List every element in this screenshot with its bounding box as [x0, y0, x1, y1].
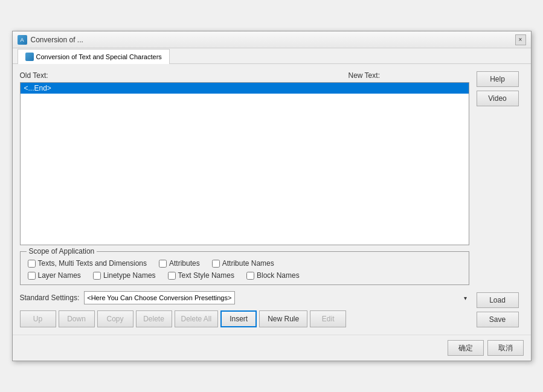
delete-button[interactable]: Delete — [136, 310, 172, 327]
old-text-label: Old Text: — [20, 71, 349, 80]
standard-settings-row: Standard Settings: <Here You Can Choose … — [20, 291, 469, 304]
spacer — [477, 110, 524, 289]
check-layer-names: Layer Names — [28, 271, 81, 280]
title-bar-left: A Conversion of ... — [18, 35, 83, 45]
standard-label: Standard Settings: — [20, 294, 80, 302]
ok-button[interactable]: 确定 — [448, 340, 484, 356]
cancel-button[interactable]: 取消 — [487, 340, 524, 356]
video-button[interactable]: Video — [477, 91, 519, 106]
main-area: Old Text: New Text: <...End> Scope of Ap… — [20, 71, 469, 327]
check-linetype-names: Linetype Names — [93, 271, 156, 280]
copy-button[interactable]: Copy — [97, 310, 133, 327]
save-button[interactable]: Save — [477, 312, 519, 327]
scope-legend: Scope of Application — [27, 247, 97, 255]
scope-box: Scope of Application Texts, Multi Texts … — [20, 251, 469, 285]
checkbox-attribute-names[interactable] — [212, 260, 220, 268]
scope-row-1: Texts, Multi Texts and Dimensions Attrib… — [28, 259, 461, 268]
label-block-names: Block Names — [257, 271, 300, 280]
title-bar: A Conversion of ... × — [13, 31, 531, 48]
checkbox-attributes[interactable] — [159, 260, 167, 268]
help-button[interactable]: Help — [477, 71, 519, 87]
scope-row-2: Layer Names Linetype Names Text Style Na… — [28, 271, 461, 280]
side-area: Help Video Load Save — [469, 71, 524, 327]
app-icon: A — [18, 35, 27, 45]
check-block-names: Block Names — [246, 271, 300, 280]
load-button[interactable]: Load — [477, 292, 519, 308]
check-texts: Texts, Multi Texts and Dimensions — [28, 259, 147, 268]
edit-button[interactable]: Edit — [310, 310, 346, 327]
window-title: Conversion of ... — [31, 36, 83, 44]
new-rule-button[interactable]: New Rule — [259, 310, 307, 327]
down-button[interactable]: Down — [59, 310, 95, 327]
checkbox-text-style-names[interactable] — [168, 272, 176, 280]
label-attribute-names: Attribute Names — [222, 259, 274, 268]
main-window: A Conversion of ... × Conversion of Text… — [12, 31, 532, 361]
tab-conversion[interactable]: Conversion of Text and Special Character… — [18, 49, 170, 64]
label-layer-names: Layer Names — [38, 271, 81, 280]
delete-all-button[interactable]: Delete All — [175, 310, 219, 327]
standard-select-wrapper: <Here You Can Choose Conversion Presetti… — [84, 291, 469, 304]
checkbox-block-names[interactable] — [246, 272, 254, 280]
tab-bar: Conversion of Text and Special Character… — [13, 48, 531, 64]
up-button[interactable]: Up — [20, 310, 56, 327]
checkbox-texts[interactable] — [28, 260, 36, 268]
tab-icon — [25, 53, 34, 61]
label-attributes: Attributes — [169, 259, 200, 268]
check-attributes: Attributes — [159, 259, 200, 268]
check-attribute-names: Attribute Names — [212, 259, 274, 268]
tab-label: Conversion of Text and Special Character… — [36, 53, 162, 60]
label-text-style-names: Text Style Names — [178, 271, 234, 280]
title-controls: × — [515, 34, 526, 45]
checkbox-linetype-names[interactable] — [93, 272, 101, 280]
check-text-style-names: Text Style Names — [168, 271, 234, 280]
label-texts: Texts, Multi Texts and Dimensions — [38, 259, 147, 268]
column-labels: Old Text: New Text: — [20, 71, 469, 80]
list-item[interactable]: <...End> — [21, 83, 469, 94]
toolbar-buttons: Up Down Copy Delete Delete All Insert Ne… — [20, 310, 469, 327]
insert-button[interactable]: Insert — [220, 310, 257, 327]
content-area: Old Text: New Text: <...End> Scope of Ap… — [13, 64, 531, 335]
checkbox-layer-names[interactable] — [28, 272, 36, 280]
standard-select[interactable]: <Here You Can Choose Conversion Presetti… — [84, 291, 235, 304]
new-text-label: New Text: — [349, 71, 469, 80]
close-button[interactable]: × — [515, 34, 526, 45]
conversion-list[interactable]: <...End> — [20, 82, 469, 245]
confirm-row: 确定 取消 — [13, 335, 531, 361]
label-linetype-names: Linetype Names — [103, 271, 156, 280]
